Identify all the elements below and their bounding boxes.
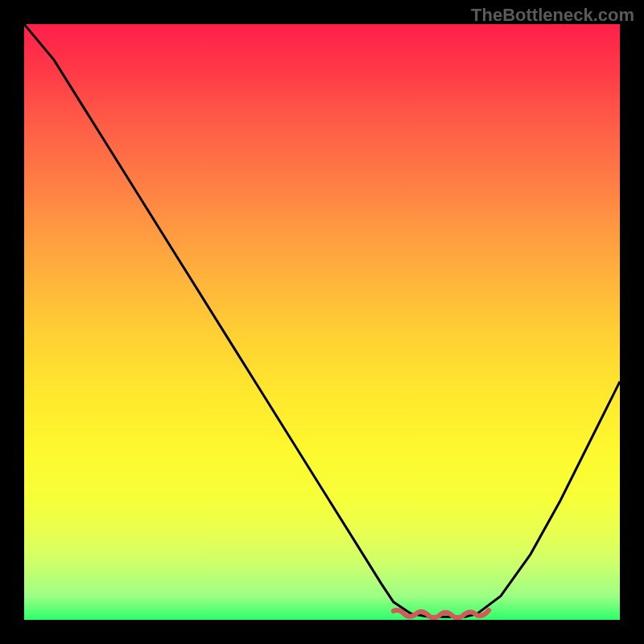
chart-svg	[24, 24, 620, 620]
chart-main-curve	[24, 24, 620, 617]
chart-plot-area	[24, 24, 620, 620]
watermark-text: TheBottleneck.com	[471, 5, 634, 26]
